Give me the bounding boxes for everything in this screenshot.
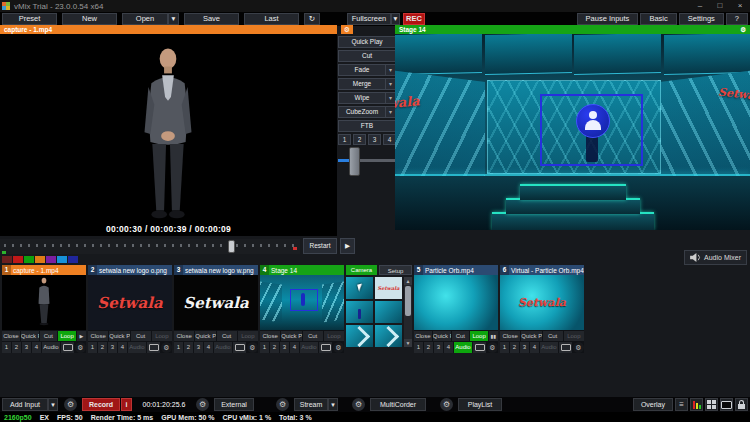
overlay-3-button[interactable]: 3 bbox=[194, 342, 203, 353]
overlay-3-button[interactable]: 3 bbox=[434, 342, 443, 353]
input-5[interactable]: 5 Particle Orb.mp4 Close Quick Play Cut … bbox=[414, 265, 498, 353]
stream-settings-gear-icon[interactable]: ⚙ bbox=[276, 398, 289, 411]
chevron-down-icon[interactable]: ▾ bbox=[385, 93, 395, 103]
stream-dropdown-icon[interactable]: ▾ bbox=[328, 398, 338, 411]
save-button[interactable]: Save bbox=[184, 13, 239, 25]
overlay-2-button[interactable]: 2 bbox=[424, 342, 433, 353]
loop-button[interactable]: Loop bbox=[324, 331, 344, 341]
talent-selection-box[interactable] bbox=[540, 94, 643, 166]
chevron-down-icon[interactable]: ▾ bbox=[385, 107, 395, 117]
close-button[interactable]: Close bbox=[88, 331, 108, 341]
audio-button[interactable]: Audio bbox=[454, 342, 472, 353]
gear-icon[interactable]: ⚙ bbox=[247, 342, 258, 353]
settings-button[interactable]: Settings bbox=[679, 13, 724, 25]
close-button[interactable]: Close bbox=[2, 331, 20, 341]
t-bar-fader[interactable] bbox=[338, 147, 396, 175]
color-swatch[interactable] bbox=[2, 256, 12, 263]
open-recent-icon[interactable]: ↻ bbox=[304, 13, 320, 25]
quick-play-button[interactable]: Quick Play bbox=[521, 331, 541, 341]
input-2[interactable]: 2 setwala new logo o.png Setwala Close Q… bbox=[88, 265, 172, 353]
loop-button[interactable]: Loop bbox=[238, 331, 258, 341]
lock-icon[interactable] bbox=[735, 398, 748, 411]
scroll-down-icon[interactable]: ▼ bbox=[404, 339, 412, 347]
camera-button[interactable]: Camera bbox=[346, 265, 377, 275]
overlay-button[interactable]: Overlay bbox=[633, 398, 673, 411]
overlay-4-button[interactable]: 4 bbox=[530, 342, 539, 353]
color-swatch[interactable] bbox=[57, 256, 67, 263]
input-2-header[interactable]: 2 setwala new logo o.png bbox=[88, 265, 172, 275]
overlay-2-button[interactable]: 2 bbox=[510, 342, 519, 353]
color-swatch[interactable] bbox=[35, 256, 45, 263]
monitor-icon[interactable] bbox=[559, 342, 572, 353]
scrubber-handle[interactable] bbox=[228, 240, 235, 253]
input-4-thumbnail[interactable] bbox=[260, 275, 344, 330]
play-icon[interactable]: ▶ bbox=[77, 331, 86, 341]
input-1-thumbnail[interactable] bbox=[2, 275, 86, 330]
cut-button[interactable]: Cut bbox=[452, 331, 470, 341]
audio-meters-icon[interactable] bbox=[690, 398, 703, 411]
monitor-icon[interactable] bbox=[319, 342, 332, 353]
camera-position-thumb[interactable] bbox=[375, 301, 402, 323]
color-swatch[interactable] bbox=[68, 256, 78, 263]
camera-position-thumb[interactable] bbox=[375, 325, 402, 347]
help-button[interactable]: ? bbox=[726, 13, 748, 25]
cut-button[interactable]: Cut bbox=[303, 331, 323, 341]
quick-play-button[interactable]: Quick Play bbox=[433, 331, 451, 341]
open-dropdown-icon[interactable]: ▾ bbox=[168, 13, 179, 25]
t-bar-handle[interactable] bbox=[349, 147, 360, 176]
scroll-up-icon[interactable]: ▲ bbox=[404, 277, 412, 285]
audio-button[interactable]: Audio bbox=[42, 342, 60, 353]
quick-play-button[interactable]: Quick Play bbox=[109, 331, 129, 341]
program-gear-icon[interactable]: ⚙ bbox=[740, 25, 746, 34]
gear-icon[interactable]: ⚙ bbox=[333, 342, 344, 353]
transition-2-button[interactable]: 2 bbox=[353, 134, 366, 145]
input-grid-icon[interactable] bbox=[705, 398, 718, 411]
minimize-button[interactable]: – bbox=[690, 0, 710, 12]
gear-icon[interactable]: ⚙ bbox=[75, 342, 86, 353]
loop-button[interactable]: Loop bbox=[564, 331, 584, 341]
overlay-3-button[interactable]: 3 bbox=[108, 342, 117, 353]
input-3-thumbnail[interactable]: Setwala bbox=[174, 275, 258, 330]
color-swatch[interactable] bbox=[46, 256, 56, 263]
cut-button[interactable]: Cut bbox=[40, 331, 58, 341]
menu-icon[interactable]: ≡ bbox=[675, 398, 688, 411]
close-button[interactable]: Close bbox=[260, 331, 280, 341]
audio-button[interactable]: Audio bbox=[214, 342, 232, 353]
audio-mixer-toggle[interactable]: Audio Mixer bbox=[684, 250, 747, 265]
loop-button[interactable]: Loop bbox=[152, 331, 172, 341]
rec-indicator[interactable]: REC bbox=[403, 13, 425, 25]
input-5-thumbnail[interactable] bbox=[414, 275, 498, 330]
fullscreen-dropdown-icon[interactable]: ▾ bbox=[391, 13, 400, 25]
overlay-4-button[interactable]: 4 bbox=[32, 342, 41, 353]
last-button[interactable]: Last bbox=[244, 13, 299, 25]
overlay-2-button[interactable]: 2 bbox=[270, 342, 279, 353]
overlay-4-button[interactable]: 4 bbox=[204, 342, 213, 353]
play-button[interactable]: ▶ bbox=[340, 238, 355, 254]
camera-panel-scrollbar[interactable]: ▲ ▼ bbox=[404, 277, 412, 347]
chevron-down-icon[interactable]: ▾ bbox=[385, 65, 395, 75]
input-1-header[interactable]: 1 capture - 1.mp4 bbox=[2, 265, 86, 275]
camera-position-thumb[interactable] bbox=[346, 325, 373, 347]
color-swatch[interactable] bbox=[13, 256, 23, 263]
overlay-3-button[interactable]: 3 bbox=[280, 342, 289, 353]
audio-button[interactable]: Audio bbox=[540, 342, 558, 353]
loop-button[interactable]: Loop bbox=[470, 331, 488, 341]
overlay-1-button[interactable]: 1 bbox=[500, 342, 509, 353]
close-button[interactable]: Close bbox=[500, 331, 520, 341]
cut-button[interactable]: Cut bbox=[338, 50, 396, 62]
close-button[interactable]: Close bbox=[174, 331, 194, 341]
cut-button[interactable]: Cut bbox=[543, 331, 563, 341]
fullscreen-button[interactable]: Fullscreen bbox=[347, 13, 391, 25]
overlay-1-button[interactable]: 1 bbox=[88, 342, 97, 353]
input-6-header[interactable]: 6 Virtual - Particle Orb.mp4 bbox=[500, 265, 584, 275]
input-6-thumbnail[interactable]: Setwala bbox=[500, 275, 584, 330]
merge-button[interactable]: Merge▾ bbox=[338, 78, 396, 90]
overlay-4-button[interactable]: 4 bbox=[118, 342, 127, 353]
camera-position-thumb[interactable] bbox=[346, 277, 373, 299]
monitor-icon[interactable] bbox=[61, 342, 74, 353]
audio-button[interactable]: Audio bbox=[128, 342, 146, 353]
input-2-thumbnail[interactable]: Setwala bbox=[88, 275, 172, 330]
restart-button[interactable]: Restart bbox=[303, 238, 337, 254]
multicorder-settings-gear-icon[interactable]: ⚙ bbox=[352, 398, 365, 411]
input-5-header[interactable]: 5 Particle Orb.mp4 bbox=[414, 265, 498, 275]
